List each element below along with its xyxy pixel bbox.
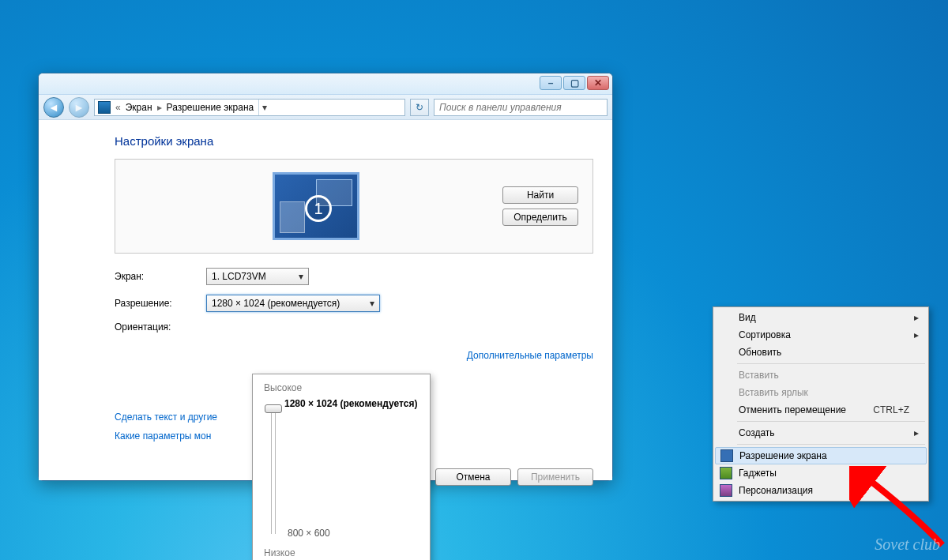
ctx-screen-resolution[interactable]: Разрешение экрана: [715, 447, 927, 464]
personalize-icon: [720, 484, 732, 497]
submenu-arrow-icon: ▸: [914, 329, 919, 340]
close-button[interactable]: ✕: [587, 76, 609, 90]
chevron-down-icon: ▾: [370, 298, 374, 309]
navbar: ◄ ► « Экран ▸ Разрешение экрана ▾ ↻: [39, 95, 612, 120]
slider-thumb[interactable]: [265, 404, 282, 413]
minimize-button[interactable]: –: [540, 76, 562, 90]
separator: [737, 444, 925, 445]
chevron-right-icon: ▸: [157, 102, 162, 113]
shortcut-label: CTRL+Z: [873, 404, 909, 415]
find-button[interactable]: Найти: [502, 186, 578, 204]
screen-combo[interactable]: 1. LCD73VM▾: [206, 268, 309, 285]
resolution-combo[interactable]: 1280 × 1024 (рекомендуется)▾: [206, 295, 380, 312]
display-settings-window: – ▢ ✕ ◄ ► « Экран ▸ Разрешение экрана ▾ …: [38, 73, 613, 481]
identify-button[interactable]: Определить: [502, 209, 578, 226]
monitor-icon: [720, 449, 733, 462]
monitor-preview-box: 1 Найти Определить: [115, 159, 593, 254]
resolution-label: Разрешение:: [115, 298, 206, 309]
advanced-settings-link[interactable]: Дополнительные параметры: [115, 350, 593, 361]
gadgets-icon: [720, 467, 732, 479]
apply-button[interactable]: Применить: [517, 468, 593, 486]
ctx-view[interactable]: Вид▸: [715, 309, 927, 326]
orientation-label: Ориентация:: [115, 321, 206, 333]
slider-current-label: 1280 × 1024 (рекомендуется): [284, 398, 419, 409]
ctx-undo[interactable]: Отменить перемещениеCTRL+Z: [715, 401, 927, 419]
breadcrumb-current[interactable]: Разрешение экрана: [167, 102, 254, 113]
watermark: Sovet club: [875, 536, 940, 554]
separator: [737, 363, 925, 364]
address-dropdown[interactable]: ▾: [258, 100, 269, 115]
chevron-down-icon: ▾: [299, 271, 303, 282]
ctx-gadgets[interactable]: Гаджеты: [715, 464, 927, 482]
slider-min-label: 800 × 600: [288, 528, 330, 539]
monitor-number: 1: [305, 195, 332, 222]
ctx-sort[interactable]: Сортировка▸: [715, 326, 927, 344]
search-box[interactable]: [434, 99, 608, 116]
separator: [737, 421, 925, 422]
page-title: Настройки экрана: [115, 134, 593, 148]
submenu-arrow-icon: ▸: [914, 427, 919, 438]
screen-label: Экран:: [115, 271, 206, 282]
submenu-arrow-icon: ▸: [914, 312, 919, 323]
search-input[interactable]: [439, 102, 602, 113]
titlebar: – ▢ ✕: [39, 73, 612, 95]
nav-forward-button[interactable]: ►: [69, 97, 89, 118]
nav-back-button[interactable]: ◄: [43, 97, 64, 118]
desktop-context-menu: Вид▸ Сортировка▸ Обновить Вставить Встав…: [713, 306, 929, 502]
refresh-button[interactable]: ↻: [410, 99, 429, 116]
slider-track[interactable]: [271, 408, 276, 534]
ctx-refresh[interactable]: Обновить: [715, 344, 927, 361]
ctx-paste: Вставить: [715, 366, 927, 384]
breadcrumb-root[interactable]: Экран: [126, 102, 152, 113]
maximize-button[interactable]: ▢: [563, 76, 585, 90]
chevron-icon: «: [115, 102, 121, 113]
slider-low-label: Низкое: [264, 547, 295, 558]
ctx-paste-shortcut: Вставить ярлык: [715, 384, 927, 401]
slider-high-label: Высокое: [264, 382, 419, 393]
ctx-personalize[interactable]: Персонализация: [715, 482, 927, 499]
address-bar[interactable]: « Экран ▸ Разрешение экрана ▾: [94, 99, 405, 116]
ctx-new[interactable]: Создать▸: [715, 424, 927, 442]
control-panel-icon: [98, 101, 111, 114]
cancel-button[interactable]: Отмена: [435, 468, 511, 486]
monitor-thumbnail[interactable]: 1: [273, 172, 359, 240]
resolution-slider-flyout: Высокое 1280 × 1024 (рекомендуется) 800 …: [252, 374, 431, 560]
